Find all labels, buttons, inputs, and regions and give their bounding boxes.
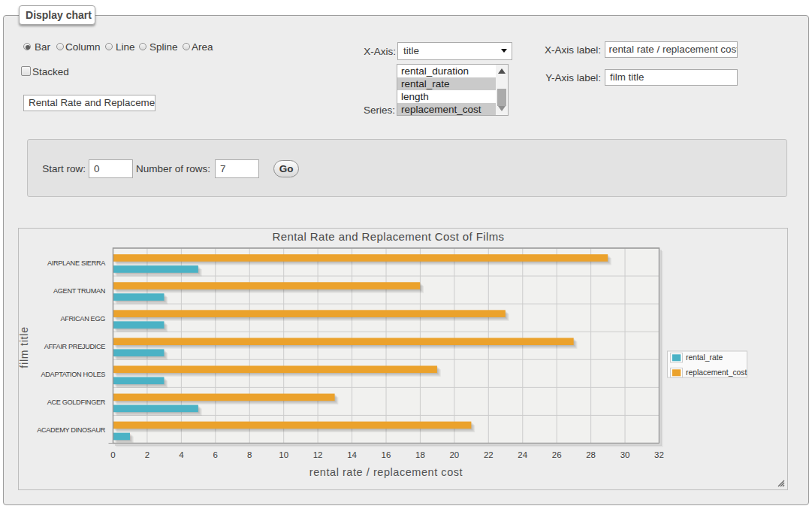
- svg-text:AIRPLANE SIERRA: AIRPLANE SIERRA: [47, 259, 106, 267]
- svg-text:Rental Rate and Replacement Co: Rental Rate and Replacement Cost of Film…: [272, 230, 504, 243]
- svg-text:rental_rate: rental_rate: [686, 353, 723, 362]
- svg-text:12: 12: [313, 450, 323, 459]
- svg-text:4: 4: [179, 450, 184, 459]
- svg-text:ACE GOLDFINGER: ACE GOLDFINGER: [47, 398, 106, 406]
- svg-text:22: 22: [484, 450, 494, 459]
- svg-text:0: 0: [110, 450, 115, 459]
- svg-text:28: 28: [586, 450, 596, 459]
- svg-text:10: 10: [279, 450, 288, 459]
- svg-text:16: 16: [382, 450, 391, 459]
- svg-text:rental rate / replacement cost: rental rate / replacement cost: [309, 466, 463, 478]
- svg-text:30: 30: [620, 450, 630, 459]
- svg-text:film title: film title: [19, 326, 30, 368]
- svg-text:ACADEMY DINOSAUR: ACADEMY DINOSAUR: [37, 426, 105, 434]
- svg-text:32: 32: [654, 450, 664, 459]
- svg-text:20: 20: [449, 450, 459, 459]
- svg-text:AFRICAN EGG: AFRICAN EGG: [61, 315, 106, 323]
- svg-text:6: 6: [213, 450, 218, 459]
- svg-text:replacement_cost: replacement_cost: [686, 368, 747, 377]
- svg-text:AFFAIR PREJUDICE: AFFAIR PREJUDICE: [44, 343, 105, 350]
- svg-text:ADAPTATION HOLES: ADAPTATION HOLES: [41, 371, 106, 378]
- svg-text:24: 24: [518, 450, 527, 459]
- svg-text:14: 14: [347, 450, 357, 459]
- svg-text:18: 18: [415, 450, 425, 459]
- svg-text:8: 8: [247, 450, 252, 459]
- svg-text:2: 2: [145, 450, 149, 459]
- svg-text:AGENT TRUMAN: AGENT TRUMAN: [53, 287, 105, 295]
- svg-text:26: 26: [552, 450, 562, 459]
